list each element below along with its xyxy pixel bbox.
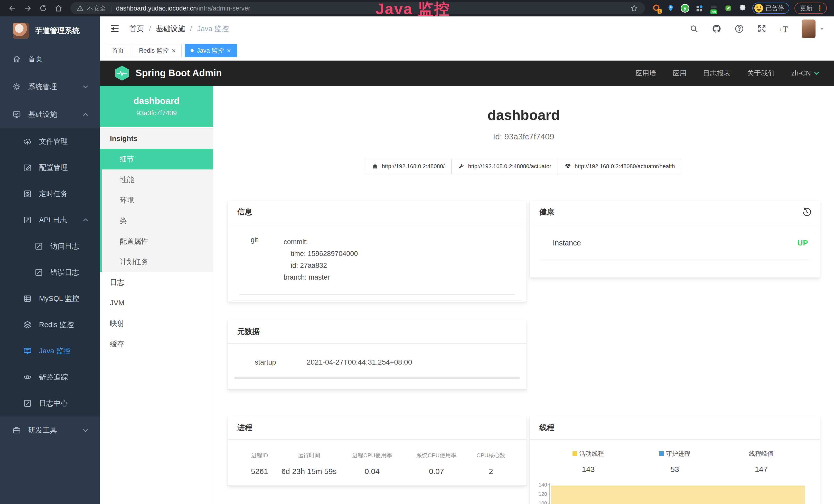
tab-home[interactable]: 首页 (106, 44, 130, 57)
sba-menu-scheduled-tasks[interactable]: 计划任务 (102, 252, 213, 272)
sba-nav-applications[interactable]: 应用 (673, 69, 686, 78)
puzzle-icon[interactable] (738, 3, 747, 13)
legend-swatch-live-threads (572, 451, 577, 456)
sba-menu-details[interactable]: 细节 (100, 149, 213, 169)
close-icon[interactable]: × (172, 47, 176, 54)
admin-sidebar: 芋道管理系统 首页 系统管理 基础设施 文件管理 配置管理 定时任务 API 日… (0, 17, 100, 504)
info-card: 信息 git commit: time: 1596289704000 id: 2… (227, 201, 527, 302)
extension-colorpicker-icon[interactable]: 1 (651, 3, 661, 13)
sba-menu-logs[interactable]: 日志 (100, 272, 213, 293)
breadcrumb-current: Java 监控 (197, 24, 229, 33)
star-icon[interactable] (630, 4, 639, 13)
warning-icon (76, 5, 84, 12)
sidebar-item-home[interactable]: 首页 (0, 45, 100, 73)
process-stat: CPU核心数 2 (469, 452, 513, 476)
github-icon[interactable] (711, 23, 722, 34)
sba-menu-config-props[interactable]: 配置属性 (102, 231, 213, 252)
sidebar-item-api-log[interactable]: API 日志 (0, 207, 100, 233)
sba-menu-metrics[interactable]: 性能 (102, 169, 213, 190)
sidebar-item-mysql-monitor[interactable]: MySQL 监控 (0, 285, 100, 312)
sba-nav-wallboard[interactable]: 应用墙 (635, 69, 656, 78)
instance-links: http://192.168.0.2:48080/ http://192.168… (213, 159, 834, 174)
tab-java-monitor[interactable]: Java 监控 × (185, 44, 237, 57)
sba-instance-header[interactable]: dashboard 93a3fc7f7409 (100, 86, 213, 127)
reload-icon[interactable] (39, 4, 48, 13)
url-path[interactable]: /infra/admin-server (197, 5, 250, 12)
tab-bar: 首页 Redis 监控 × Java 监控 × (100, 41, 834, 61)
sidebar-item-access-log[interactable]: 访问日志 (0, 233, 100, 259)
svg-text:t: t (780, 27, 782, 32)
extension-y-icon[interactable]: y (680, 3, 690, 13)
security-label[interactable]: 不安全 (87, 4, 106, 13)
svg-text:y: y (684, 6, 686, 11)
sba-language-select[interactable]: zh-CN (791, 69, 820, 77)
avatar[interactable] (802, 20, 815, 38)
sidebar-item-log-center[interactable]: 日志中心 (0, 390, 100, 416)
page-title: dashboard (213, 107, 834, 123)
app-logo-row[interactable]: 芋道管理系统 (0, 17, 100, 45)
sidebar-item-dev-tools[interactable]: 研发工具 (0, 416, 100, 444)
threads-legend-row: 活动线程 143 守护进程 53 线程峰值 147 (530, 440, 820, 474)
font-size-icon[interactable]: tT (779, 23, 790, 34)
profile-chip[interactable]: 已暂停 (752, 3, 789, 14)
sidebar-item-file-manage[interactable]: 文件管理 (0, 129, 100, 155)
horizontal-scrollbar[interactable] (234, 377, 520, 379)
info-row-label: git (239, 236, 284, 283)
fullscreen-icon[interactable] (756, 23, 767, 34)
log-icon (23, 399, 32, 408)
sidebar-item-error-log[interactable]: 错误日志 (0, 259, 100, 285)
sba-nav-journal[interactable]: 日志报表 (703, 69, 730, 78)
legend-swatch-daemon-threads (659, 451, 664, 456)
search-icon[interactable] (688, 23, 699, 34)
app-title: 芋道管理系统 (35, 26, 80, 36)
sidebar-item-redis-monitor[interactable]: Redis 监控 (0, 312, 100, 338)
update-button[interactable]: 更新 ⋮ (794, 3, 827, 14)
fold-sidebar-icon[interactable] (109, 23, 120, 34)
active-tab-dot (191, 49, 194, 52)
back-icon[interactable] (8, 4, 17, 13)
close-icon[interactable]: × (227, 47, 231, 54)
history-icon[interactable] (802, 207, 812, 217)
breadcrumb-infrastructure[interactable]: 基础设施 (156, 24, 185, 33)
instance-name: dashboard (134, 96, 179, 106)
gear-icon (12, 83, 21, 91)
sba-menu-section-insights[interactable]: Insights (100, 129, 213, 149)
sba-menu-classes[interactable]: 类 (102, 210, 213, 231)
sidebar-item-system[interactable]: 系统管理 (0, 73, 100, 101)
sidebar-item-config-manage[interactable]: 配置管理 (0, 155, 100, 181)
instance-actuator-link[interactable]: http://192.168.0.2:48080/actuator (451, 159, 558, 174)
sba-menu-mappings[interactable]: 映射 (100, 313, 213, 334)
sba-brand[interactable]: Spring Boot Admin (114, 65, 222, 81)
url-host[interactable]: dashboard.yudao.iocoder.cn (116, 5, 197, 12)
extension-grid-icon[interactable] (695, 3, 704, 13)
sidebar-item-infrastructure[interactable]: 基础设施 (0, 101, 100, 129)
metadata-card-title: 元数据 (227, 320, 527, 344)
extension-switch-icon[interactable]: on (709, 3, 719, 13)
home-icon (372, 163, 378, 169)
browser-toolbar: 不安全 | dashboard.yudao.iocoder.cn /infra/… (0, 0, 834, 17)
sba-nav-about[interactable]: 关于我们 (747, 69, 775, 78)
sba-menu-jvm[interactable]: JVM (100, 293, 213, 313)
sba-menu-caches[interactable]: 缓存 (100, 334, 213, 354)
breadcrumb-home[interactable]: 首页 (129, 24, 144, 33)
sba-insights-group: 细节 性能 环境 类 配置属性 计划任务 (100, 149, 213, 272)
extension-leaf-icon[interactable] (723, 3, 733, 13)
heartbeat-icon (565, 163, 571, 169)
home-icon[interactable] (54, 4, 63, 13)
toolbox-icon (12, 426, 21, 435)
instance-health-link[interactable]: http://192.168.0.2:48080/actuator/health (558, 159, 682, 174)
caret-down-icon[interactable] (819, 26, 825, 31)
forward-icon[interactable] (23, 4, 32, 13)
instance-home-link[interactable]: http://192.168.0.2:48080/ (365, 159, 452, 174)
more-menu-icon[interactable]: ⋮ (816, 5, 823, 12)
sidebar-item-scheduled-jobs[interactable]: 定时任务 (0, 181, 100, 207)
sba-menu-environment[interactable]: 环境 (102, 190, 213, 210)
sidebar-item-java-monitor[interactable]: Java 监控 (0, 338, 100, 364)
sidebar-item-tracing[interactable]: 链路追踪 (0, 364, 100, 390)
threads-stat-daemon: 守护进程 53 (632, 450, 718, 474)
cloud-upload-icon (23, 137, 32, 146)
address-bar[interactable]: 不安全 | dashboard.yudao.iocoder.cn /infra/… (70, 2, 645, 15)
tab-redis-monitor[interactable]: Redis 监控 × (133, 44, 182, 57)
extension-pin-icon[interactable] (666, 3, 676, 13)
help-icon[interactable] (734, 23, 745, 34)
